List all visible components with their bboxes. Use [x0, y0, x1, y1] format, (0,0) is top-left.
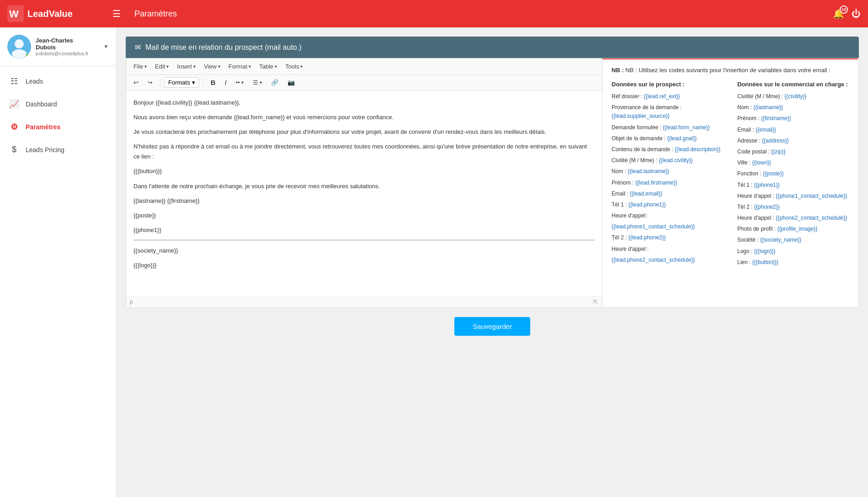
sidebar-label-parametres: Paramètres: [26, 123, 60, 131]
var-nom-commercial: Nom : {{lastname}}: [737, 103, 849, 112]
sidebar-item-dashboard[interactable]: 📈 Dashboard: [0, 93, 116, 116]
format-menu[interactable]: Format▾: [225, 61, 255, 72]
var-description[interactable]: {{lead.description}}: [675, 146, 720, 153]
var-supplier-source[interactable]: {{lead.supplier_source}}: [612, 113, 670, 119]
user-name-line1: Jean-Charles: [36, 37, 103, 44]
var-phone2-schedule: {{lead.phone2_contact_schedule}}: [612, 256, 724, 264]
var-com-zip[interactable]: {{zip}}: [771, 148, 785, 155]
editor-content[interactable]: Bonjour {{lead.civility}} {{lead.lastnam…: [126, 90, 602, 296]
edit-menu[interactable]: Edit▾: [151, 61, 172, 72]
var-com-button[interactable]: {{{button}}}: [752, 259, 778, 265]
var-email[interactable]: {{lead.email}}: [630, 190, 662, 197]
var-com-phone1-schedule[interactable]: {{phone1_contact_schedule}}: [776, 193, 847, 199]
sidebar: Jean-Charles Dubois jcdubois@conseilplus…: [0, 27, 117, 497]
var-fonction-commercial: Fonction : {{poste}}: [737, 169, 849, 178]
app-name: LeadValue: [27, 9, 73, 19]
editor-tag: p: [130, 299, 133, 305]
parametres-icon: ⚙: [9, 122, 19, 132]
prospect-vars-col: Données sur le prospect : Réf dossier : …: [612, 81, 724, 269]
user-name-line2: Dubois: [36, 44, 103, 51]
unordered-list-btn[interactable]: •• ▾: [232, 77, 247, 88]
var-com-phone2-schedule[interactable]: {{phone2_contact_schedule}}: [776, 215, 847, 221]
var-phone1-contact-schedule[interactable]: {{lead.phone1_contact_schedule}}: [612, 223, 695, 230]
editor-left: File▾ Edit▾ Insert▾ View▾ Format▾: [126, 58, 602, 307]
italic-btn[interactable]: I: [221, 77, 230, 88]
mail-icon: ✉: [135, 43, 141, 52]
sidebar-item-leads[interactable]: ☷ Leads: [0, 70, 116, 93]
var-phone1[interactable]: {{lead.phone1}}: [628, 201, 666, 208]
tools-menu[interactable]: Tools▾: [282, 61, 306, 72]
var-com-logo[interactable]: {{{logo}}}: [754, 248, 776, 254]
var-tel2-prospect: Tél 2 : {{lead.phone2}}: [612, 233, 724, 242]
sidebar-label-dashboard: Dashboard: [26, 100, 57, 108]
bold-btn[interactable]: B: [207, 77, 219, 88]
var-civility[interactable]: {{lead.civility}}: [659, 157, 692, 164]
var-heure-appel1-commercial: Heure d'appel : {{phone1_contact_schedul…: [737, 192, 849, 201]
file-menu[interactable]: File▾: [130, 61, 150, 72]
variables-grid: Données sur le prospect : Réf dossier : …: [612, 81, 849, 269]
user-dropdown-arrow[interactable]: ▼: [103, 43, 109, 50]
sidebar-item-parametres[interactable]: ⚙ Paramètres: [0, 116, 116, 138]
var-ref-dossier: Réf dossier : {{lead.ref_ext}}: [612, 92, 724, 101]
var-com-phone1[interactable]: {{phone1}}: [754, 182, 780, 188]
var-email-commercial: Email : {{email}}: [737, 126, 849, 134]
hamburger-icon[interactable]: ☰: [108, 8, 125, 19]
var-codepostal-commercial: Code postal : {{zip}}: [737, 148, 849, 156]
page-title: Paramètres: [134, 9, 833, 19]
sidebar-item-leads-pricing[interactable]: $ Leads Pricing: [0, 138, 116, 161]
email-para5: Dans l'attente de notre prochain échange…: [133, 181, 595, 191]
email-button-placeholder: {{{button}}}: [133, 166, 595, 176]
toolbar-divider1: [160, 78, 160, 87]
svg-text:W: W: [9, 8, 19, 20]
email-para2: Nous avons bien reçu votre demande {{lea…: [133, 112, 595, 122]
save-row: Sauvegarder: [126, 317, 859, 336]
ordered-list-btn[interactable]: ☰ ▾: [249, 77, 266, 88]
email-signature2: {{poste}}: [133, 211, 595, 221]
insert-menu[interactable]: Insert▾: [173, 61, 199, 72]
var-lien-commercial: Lien : {{{button}}}: [737, 258, 849, 267]
table-menu[interactable]: Table▾: [256, 61, 281, 72]
main-layout: Jean-Charles Dubois jcdubois@conseilplus…: [0, 27, 868, 497]
var-com-lastname[interactable]: {{lastname}}: [753, 104, 783, 111]
logo: W LeadValue: [7, 5, 99, 22]
var-nom-prospect: Nom : {{lead.lastname}}: [612, 167, 724, 176]
var-com-poste[interactable]: {{poste}}: [763, 170, 783, 177]
email-footer1: {{society_name}}: [133, 246, 595, 256]
var-com-email[interactable]: {{email}}: [756, 127, 776, 133]
var-firstname[interactable]: {{lead.firstname}}: [635, 180, 677, 186]
var-lastname[interactable]: {{lead.lastname}}: [628, 168, 669, 174]
var-com-civility[interactable]: {{civility}}: [784, 93, 806, 100]
view-menu[interactable]: View▾: [200, 61, 224, 72]
var-com-firstname[interactable]: {{firstname}}: [761, 115, 791, 122]
link-btn[interactable]: 🔗: [267, 77, 282, 88]
var-goal[interactable]: {{lead.goal}}: [667, 135, 697, 142]
email-footer2: {{{logo}}}: [133, 260, 595, 270]
email-para3: Je vous contacterai très prochainement p…: [133, 127, 595, 137]
var-form-name[interactable]: {{lead.form_name}}: [663, 124, 710, 131]
var-phone1-schedule: {{lead.phone1_contact_schedule}}: [612, 222, 724, 231]
var-com-address[interactable]: {{address}}: [762, 137, 789, 144]
var-com-phone2[interactable]: {{phone2}}: [754, 204, 780, 210]
main-content: ✉ Mail de mise en relation du prospect (…: [117, 27, 868, 497]
var-heure-appel2: Heure d'appel :: [612, 245, 724, 254]
var-com-town[interactable]: {{town}}: [752, 159, 771, 166]
power-icon[interactable]: ⏻: [852, 9, 861, 19]
nav-right: 🔔 10 ⏻: [833, 8, 861, 19]
var-com-society-name[interactable]: {{society_name}}: [760, 237, 801, 243]
var-ref-ext[interactable]: {{lead.ref_ext}}: [644, 93, 680, 100]
var-phone2[interactable]: {{lead.phone2}}: [628, 234, 666, 241]
save-button[interactable]: Sauvegarder: [454, 317, 530, 336]
formats-dropdown[interactable]: Formats▾: [164, 77, 199, 88]
commercial-vars-col: Données sur le commercial en charge : Ci…: [737, 81, 849, 269]
resize-handle[interactable]: ⇱: [593, 298, 598, 306]
logo-icon: W: [7, 5, 24, 22]
undo-btn[interactable]: ↩: [130, 77, 142, 88]
email-para1: Bonjour {{lead.civility}} {{lead.lastnam…: [133, 98, 595, 108]
redo-btn[interactable]: ↪: [144, 77, 156, 88]
commercial-vars-title: Données sur le commercial en charge :: [737, 81, 849, 88]
image-btn[interactable]: 📷: [284, 77, 298, 88]
var-phone2-contact-schedule[interactable]: {{lead.phone2_contact_schedule}}: [612, 257, 695, 263]
var-com-profile-image[interactable]: {{profile_image}}: [777, 226, 817, 232]
notification-bell[interactable]: 🔔 10: [833, 8, 844, 19]
nb-text: NB : NB : Utilisez les codes suivants po…: [612, 67, 849, 74]
